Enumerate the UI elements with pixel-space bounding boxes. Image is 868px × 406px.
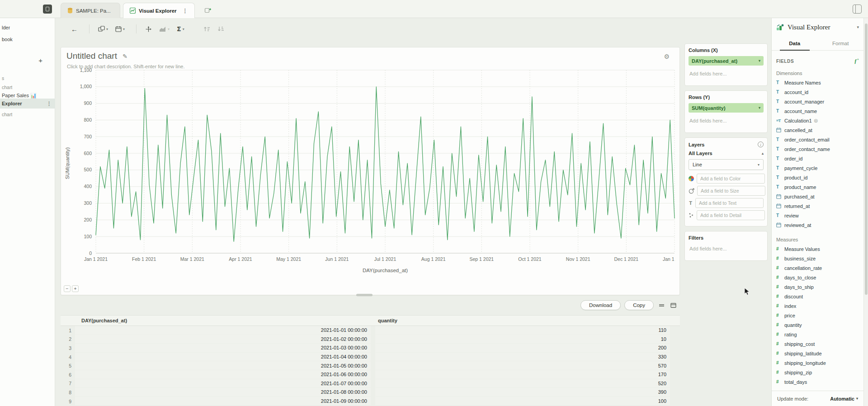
sidebar-item[interactable]: lder (0, 23, 55, 33)
field-item-dimension[interactable]: Treview (772, 211, 863, 220)
date-granularity-button[interactable]: ▾ (113, 24, 127, 34)
tab-visual-explorer[interactable]: Visual Explorer ⋮ (123, 3, 195, 18)
dimension-type-icon: T (776, 137, 784, 142)
field-item-measure[interactable]: #index (772, 301, 863, 311)
field-item-dimension[interactable]: Torder_contact_email (772, 135, 863, 144)
detail-field-input[interactable] (697, 210, 765, 220)
columns-dropzone[interactable]: Add fields here... (689, 69, 764, 82)
field-item-dimension[interactable]: TMeasure Names (772, 78, 863, 87)
size-field-input[interactable] (697, 186, 765, 196)
column-header[interactable]: DAY(purchased_at) (75, 318, 371, 323)
sidebar-item[interactable]: + (0, 55, 55, 65)
sidebar-toggle-icon[interactable] (43, 5, 52, 14)
chart-title[interactable]: Untitled chart (66, 51, 117, 61)
field-item-measure[interactable]: #quantity (772, 320, 863, 330)
sort-descending-button[interactable] (215, 24, 226, 34)
rows-field-pill[interactable]: SUM(quantity) ▾ (689, 103, 764, 113)
all-layers-toggle[interactable]: All Layers ▴ (689, 151, 764, 156)
table-row[interactable]: 92021-01-09 00:00:00100 (61, 397, 680, 406)
field-item-measure[interactable]: #cancellation_rate (772, 263, 863, 273)
field-item-dimension[interactable]: Taccount_id (772, 87, 863, 97)
panel-resize-handle[interactable] (356, 294, 373, 296)
sidebar-item[interactable]: chart (0, 109, 55, 119)
field-item-dimension[interactable]: Tpayment_cycle (772, 163, 863, 173)
field-item-dimension[interactable]: Tproduct_id (772, 173, 863, 182)
field-item-measure[interactable]: #discount (772, 292, 863, 301)
tab-data[interactable]: Data (772, 36, 818, 50)
field-item-dimension[interactable]: Tproduct_name (772, 182, 863, 192)
info-icon[interactable]: i (758, 142, 764, 147)
collapse-table-icon[interactable] (657, 302, 665, 309)
aggregate-button[interactable]: Σ ▾ (175, 24, 187, 34)
rows-dropzone[interactable]: Add fields here... (689, 116, 764, 129)
mark-type-select[interactable]: Line ▾ (689, 159, 764, 170)
color-field-input[interactable] (697, 174, 765, 184)
table-row[interactable]: 22021-01-02 00:00:0010 (61, 335, 680, 344)
encoding-slot: T (689, 198, 764, 208)
field-item-dimension[interactable]: returned_at (772, 201, 863, 211)
table-row[interactable]: 42021-01-04 00:00:00330 (61, 353, 680, 362)
table-row[interactable]: 12021-01-01 00:00:00110 (61, 326, 680, 335)
field-item-measure[interactable]: #price (772, 311, 863, 320)
download-button[interactable]: Download (580, 300, 621, 310)
table-row[interactable]: 62021-01-06 00:00:00170 (61, 370, 680, 379)
chart-style-button[interactable]: ▾ (157, 24, 172, 34)
tab-label: SAMPLE: Pa... (76, 8, 111, 14)
field-item-measure[interactable]: #days_to_close (772, 273, 863, 282)
copy-button[interactable]: Copy (624, 300, 654, 310)
column-header[interactable]: quantity (375, 318, 670, 323)
field-item-measure[interactable]: #rating (772, 330, 863, 339)
zoom-out-button[interactable]: − (64, 285, 71, 292)
field-item-dimension[interactable]: Taccount_name (772, 106, 863, 116)
sidebar-item-selected[interactable]: Explorer⋮ (0, 99, 55, 109)
field-item-measure[interactable]: #total_days (772, 377, 863, 387)
expand-table-icon[interactable] (669, 302, 677, 309)
add-calculation-icon[interactable]: ƒ+ (854, 57, 859, 65)
table-row[interactable]: 32021-01-03 00:00:00200 (61, 344, 680, 353)
sort-ascending-button[interactable] (201, 24, 212, 34)
tab-format[interactable]: Format (818, 36, 864, 50)
update-mode-select[interactable]: Automatic ▾ (830, 396, 858, 401)
chevron-down-icon: ▾ (856, 397, 858, 401)
field-item-dimension[interactable]: Torder_contact_name (772, 144, 863, 154)
sidebar-item[interactable]: book (0, 34, 55, 44)
field-item-measure[interactable]: #days_to_ship (772, 282, 863, 292)
zoom-in-button[interactable]: + (72, 285, 79, 292)
new-tab-button[interactable] (202, 5, 214, 16)
edit-title-icon[interactable]: ✎ (123, 53, 127, 60)
chevron-down-icon[interactable]: ▾ (857, 25, 859, 29)
table-row[interactable]: 82021-01-08 00:00:00390 (61, 388, 680, 397)
field-item-dimension[interactable]: purchased_at (772, 192, 863, 201)
field-item-measure[interactable]: #business_size (772, 254, 863, 263)
row-number: 1 (61, 326, 75, 335)
row-number: 4 (61, 353, 75, 362)
transform-button[interactable] (143, 24, 154, 34)
field-item-dimension[interactable]: =TCalculation1◎ (772, 116, 863, 125)
field-item-dimension[interactable]: Torder_id (772, 154, 863, 163)
field-item-measure[interactable]: #shipping_cost (772, 339, 863, 349)
field-item-dimension[interactable]: cancelled_at (772, 125, 863, 135)
chart-settings-icon[interactable]: ⚙ (664, 53, 670, 60)
field-item-measure[interactable]: #shipping_longitude (772, 358, 863, 368)
table-row[interactable]: 72021-01-07 00:00:00520 (61, 379, 680, 388)
scrollbar-thumb[interactable] (865, 24, 868, 295)
field-item-dimension[interactable]: Taccount_manager (772, 97, 863, 106)
sidebar-item[interactable]: s (0, 73, 55, 83)
page-scrollbar[interactable] (863, 18, 868, 406)
kebab-menu-icon[interactable]: ⋮ (47, 101, 52, 107)
field-item-dimension[interactable]: reviewed_at (772, 220, 863, 230)
chart-tab-icon (130, 8, 136, 14)
tab-sample-paper-sales[interactable]: SAMPLE: Pa... (61, 3, 120, 18)
field-item-measure[interactable]: #shipping_latitude (772, 349, 863, 358)
field-item-measure[interactable]: #Measure Values (772, 244, 863, 254)
text-field-input[interactable] (695, 198, 764, 208)
panel-toggle-icon[interactable] (853, 5, 862, 14)
field-item-measure[interactable]: #shipping_zip (772, 368, 863, 377)
filters-dropzone[interactable]: Add fields here... (689, 244, 764, 257)
line-chart[interactable]: 01002003004005006007008009001,0001,100Ja… (72, 66, 676, 278)
table-row[interactable]: 52021-01-05 00:00:00570 (61, 361, 680, 370)
back-button[interactable]: ← (69, 24, 80, 35)
chart-layout-button[interactable]: ▾ (96, 24, 110, 34)
tab-menu-icon[interactable]: ⋮ (183, 8, 188, 14)
columns-field-pill[interactable]: DAY(purchased_at) ▾ (689, 56, 764, 66)
